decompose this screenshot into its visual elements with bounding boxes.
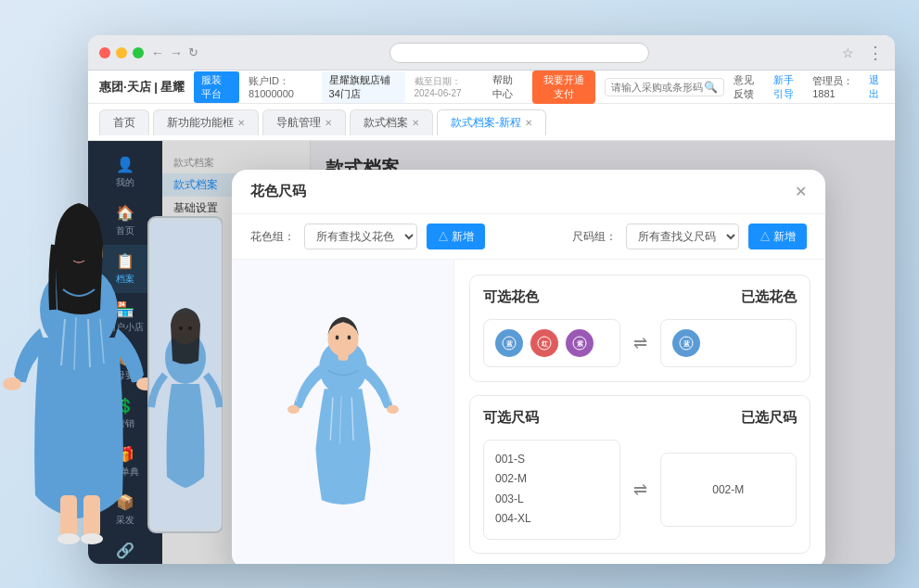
sidebar: 👤 我的 🏠 首页 📋 档案 🏪 商户小店 📦 母要 💲 营销 xyxy=(88,141,162,564)
nav-icons: ← → ↻ xyxy=(151,45,198,60)
pay-button[interactable]: 我要开通支付 xyxy=(532,70,596,104)
purple-color-icon: 紫 xyxy=(572,336,587,351)
size-selection-header: 可选尺码 已选尺码 xyxy=(483,409,797,427)
sidebar-item-gift[interactable]: 🎁 拼单典 xyxy=(88,438,162,486)
sidebar-label-home: 首页 xyxy=(116,224,134,237)
svg-line-28 xyxy=(74,317,76,370)
refresh-icon[interactable]: ↻ xyxy=(188,45,198,59)
main-layout: 👤 我的 🏠 首页 📋 档案 🏪 商户小店 📦 母要 💲 营销 xyxy=(88,141,895,564)
tab-nav[interactable]: 导航管理 ✕ xyxy=(262,109,346,135)
modal-body: 可选花色 已选花色 蓝 xyxy=(232,260,825,564)
size-item-003l[interactable]: 003-L xyxy=(495,490,608,510)
svg-point-7 xyxy=(387,404,399,413)
color-selection-header: 可选花色 已选花色 xyxy=(483,288,797,306)
tab-home[interactable]: 首页 xyxy=(99,109,149,135)
title-bar: ← → ↻ ☆ ⋮ xyxy=(88,35,895,70)
store-name[interactable]: 星耀旗舰店铺34门店 xyxy=(322,71,405,103)
home-icon: 🏠 xyxy=(116,204,134,222)
color-item-blue[interactable]: 蓝 xyxy=(495,329,523,357)
sidebar-item-marketing[interactable]: 💲 营销 xyxy=(88,390,162,438)
close-button[interactable] xyxy=(99,47,110,58)
forward-arrow-icon[interactable]: → xyxy=(170,45,183,60)
sidebar-item-home[interactable]: 🏠 首页 xyxy=(88,197,162,245)
bookmark-icon[interactable]: ☆ xyxy=(842,45,854,60)
color-item-purple[interactable]: 紫 xyxy=(566,329,594,357)
selected-colors-title: 已选花色 xyxy=(741,288,797,306)
add-size-button[interactable]: △ 新增 xyxy=(748,224,807,249)
sidebar-item-archive[interactable]: 📋 档案 xyxy=(88,245,162,293)
tab-close-style-new[interactable]: ✕ xyxy=(525,118,532,128)
available-size-list: 001-S 002-M 003-L 004-XL xyxy=(483,440,620,540)
tab-feature[interactable]: 新功能功能框 ✕ xyxy=(153,109,259,135)
tab-style-archive[interactable]: 款式档案 ✕ xyxy=(350,109,433,135)
modal-overlay: 花色尺码 ✕ 花色组： 所有查找义花色 △ 新增 尺码组： 所有查找义尺码 xyxy=(162,141,895,564)
tab-close-style[interactable]: ✕ xyxy=(412,118,419,128)
color-selection-panel: 可选花色 已选花色 蓝 xyxy=(469,275,811,382)
color-item-red[interactable]: 红 xyxy=(530,329,558,357)
blue-color-icon: 蓝 xyxy=(502,336,517,351)
color-group-select[interactable]: 所有查找义花色 xyxy=(304,224,417,249)
sidebar-item-my[interactable]: 👤 我的 xyxy=(88,148,162,197)
tab-close-feature[interactable]: ✕ xyxy=(237,118,245,128)
dress-svg xyxy=(260,303,427,526)
url-input[interactable] xyxy=(389,43,649,63)
selected-sizes-title: 已选尺码 xyxy=(741,409,797,427)
new-feature-link[interactable]: 新手引导 xyxy=(773,73,803,101)
modal-title: 花色尺码 xyxy=(250,183,306,200)
search-icon[interactable]: 🔍 xyxy=(704,81,718,94)
tab-close-nav[interactable]: ✕ xyxy=(325,118,332,128)
size-selection-panel: 可选尺码 已选尺码 001-S 002-M 003-L 004-XL xyxy=(469,395,811,554)
size-item-004xl[interactable]: 004-XL xyxy=(495,509,608,530)
selected-color-item-blue[interactable]: 蓝 xyxy=(672,329,700,357)
color-group-label: 花色组： xyxy=(250,229,295,245)
sidebar-label-order: 母要 xyxy=(116,369,134,382)
svg-text:紫: 紫 xyxy=(577,339,584,347)
tab-style-new[interactable]: 款式档案-新程 ✕ xyxy=(437,109,546,135)
size-transfer-icon[interactable]: ⇌ xyxy=(633,479,647,500)
maximize-button[interactable] xyxy=(133,47,144,58)
shop-icon: 🏪 xyxy=(116,300,134,318)
color-transfer-icon[interactable]: ⇌ xyxy=(633,333,647,353)
sidebar-item-purchase[interactable]: 📦 采发 xyxy=(88,486,162,534)
sidebar-item-order[interactable]: 📦 母要 xyxy=(88,341,162,390)
selected-color-list: 蓝 xyxy=(660,319,798,367)
sidebar-item-shop[interactable]: 🏪 商户小店 xyxy=(88,293,162,341)
svg-point-6 xyxy=(287,404,300,413)
modal-header: 花色尺码 ✕ xyxy=(232,170,825,214)
selection-area: 可选花色 已选花色 蓝 xyxy=(454,260,825,564)
size-item-001s[interactable]: 001-S xyxy=(495,450,608,470)
help-center[interactable]: 帮助中心 xyxy=(492,73,522,101)
app-logo: 惠团·天店 | 星耀 xyxy=(99,79,185,96)
search-input[interactable] xyxy=(611,82,704,93)
tab-bar: 首页 新功能功能框 ✕ 导航管理 ✕ 款式档案 ✕ 款式档案-新程 ✕ xyxy=(88,104,895,141)
traffic-lights xyxy=(99,47,144,58)
back-arrow-icon[interactable]: ← xyxy=(151,45,164,60)
svg-text:红: 红 xyxy=(541,340,549,347)
selected-size-value[interactable]: 002-M xyxy=(712,483,744,496)
available-color-list: 蓝 红 xyxy=(483,319,620,367)
sidebar-item-delivery[interactable]: 🔗 发货 xyxy=(88,534,162,564)
modal-toolbar: 花色组： 所有查找义花色 △ 新增 尺码组： 所有查找义尺码 △ 新增 xyxy=(232,214,825,260)
more-options-icon[interactable]: ⋮ xyxy=(867,43,884,63)
app-header: 惠团·天店 | 星耀 服装平台 账户ID：81000000 星耀旗舰店铺34门店… xyxy=(88,70,895,104)
red-color-icon: 红 xyxy=(537,336,552,351)
add-color-button[interactable]: △ 新增 xyxy=(427,224,485,249)
svg-point-11 xyxy=(347,335,351,339)
size-group-select[interactable]: 所有查找义尺码 xyxy=(626,224,739,249)
order-icon: 📦 xyxy=(116,349,134,366)
sidebar-label-archive: 档案 xyxy=(116,273,134,286)
size-group-label: 尺码组： xyxy=(572,229,617,245)
minimize-button[interactable] xyxy=(116,47,127,58)
browser-window: ← → ↻ ☆ ⋮ 惠团·天店 | 星耀 服装平台 账户ID：81000000 … xyxy=(88,35,895,564)
feedback-link[interactable]: 意见反馈 xyxy=(734,73,763,101)
modal-close-button[interactable]: ✕ xyxy=(795,183,807,200)
dress-section xyxy=(232,260,454,564)
system-label: 服装平台 xyxy=(194,71,238,103)
user-icon: 👤 xyxy=(116,156,134,173)
delivery-icon: 🔗 xyxy=(116,542,134,559)
color-selection-content: 蓝 红 xyxy=(483,319,797,367)
svg-point-10 xyxy=(335,335,338,339)
logout-link[interactable]: 退出 xyxy=(869,73,884,101)
sidebar-label-marketing: 营销 xyxy=(116,417,134,430)
size-item-002m[interactable]: 002-M xyxy=(495,469,608,490)
